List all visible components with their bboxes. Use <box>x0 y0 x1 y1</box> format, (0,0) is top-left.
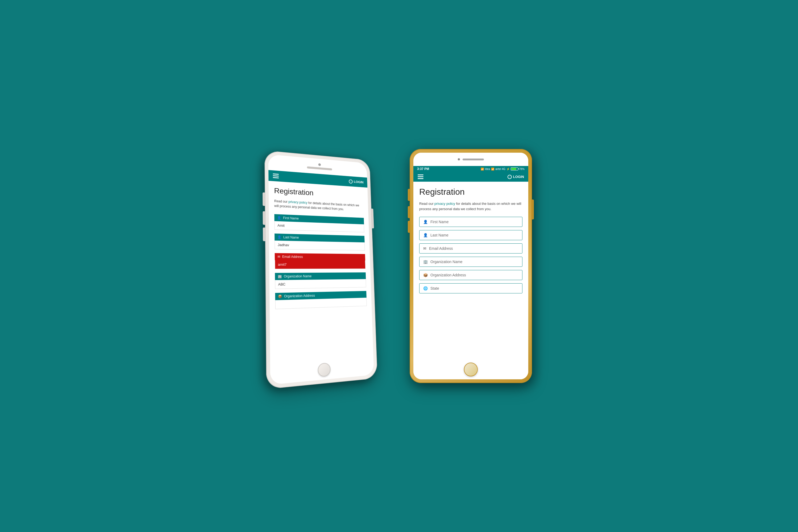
page-title-2: Registration <box>419 187 522 197</box>
phone1-screen-area: → LOGIN Registration Read our privacy po… <box>268 154 374 385</box>
first-name-field-2[interactable]: 👤 First Name <box>419 217 522 227</box>
phone2-screen-area: 3:37 PM 📶 Idea 📶 airtel 4G ⚡ 78% → LOGIN <box>413 153 528 379</box>
phone1-body: → LOGIN Registration Read our privacy po… <box>264 150 377 389</box>
last-name-field-2[interactable]: 👤 Last Name <box>419 230 522 240</box>
phone1-content-area: Registration Read our privacy policy for… <box>269 181 374 364</box>
address-icon: 📦 <box>278 294 282 299</box>
login-label: LOGIN <box>354 180 364 184</box>
person-icon-3: 👤 <box>423 220 428 224</box>
org-address-placeholder: Organization Address <box>431 273 466 277</box>
email-icon-2: ✉ <box>423 246 426 251</box>
phone2-navbar: → LOGIN <box>413 172 528 182</box>
building-icon: 🏢 <box>278 274 282 279</box>
org-address-field: 📦 Organization Address <box>275 291 367 309</box>
privacy-policy-link-2[interactable]: privacy policy <box>434 202 455 206</box>
front-camera-2 <box>458 158 460 160</box>
org-name-label-row: 🏢 Organization Name <box>275 272 366 280</box>
status-bar: 3:37 PM 📶 Idea 📶 airtel 4G ⚡ 78% <box>413 166 528 172</box>
carrier1-label: Idea <box>485 168 490 171</box>
login-button-2[interactable]: → LOGIN <box>508 175 524 179</box>
privacy-notice: Read our privacy policy for details abou… <box>274 199 364 212</box>
lightning-icon: ⚡ <box>507 168 510 171</box>
email-input[interactable]: amit7 <box>275 260 365 269</box>
phone2-home-area <box>413 359 528 379</box>
email-icon: ✉ <box>278 255 280 259</box>
state-field[interactable]: 🌐 State <box>419 283 522 293</box>
phone2-device: 3:37 PM 📶 Idea 📶 airtel 4G ⚡ 78% → LOGIN <box>410 149 532 383</box>
state-placeholder: State <box>431 286 439 290</box>
org-name-label: Organization Name <box>284 274 311 278</box>
home-button[interactable] <box>318 363 331 377</box>
first-name-field: 👤 First Name Amit <box>274 214 364 232</box>
person-icon-4: 👤 <box>423 233 428 237</box>
last-name-input[interactable]: Jadhav <box>274 241 365 250</box>
address-icon-2: 📦 <box>423 273 428 277</box>
building-icon-2: 🏢 <box>423 260 428 264</box>
login-icon-2: → <box>508 175 512 179</box>
org-name-input[interactable]: ABC <box>275 279 366 289</box>
privacy-policy-link[interactable]: privacy policy <box>288 200 307 205</box>
first-name-placeholder: First Name <box>431 220 449 224</box>
page-title: Registration <box>274 187 363 200</box>
status-icons-group: 📶 Idea 📶 airtel 4G ⚡ 78% <box>481 167 525 171</box>
person-icon: 👤 <box>277 216 281 220</box>
status-time: 3:37 PM <box>417 167 429 171</box>
org-name-field: 🏢 Organization Name ABC <box>275 272 366 289</box>
home-button-2[interactable] <box>464 363 478 376</box>
carrier2-label: airtel 4G <box>495 168 506 171</box>
hamburger-menu-button-2[interactable] <box>418 174 423 179</box>
speaker-grille <box>307 166 332 170</box>
email-placeholder: Email Address <box>429 246 453 251</box>
org-name-field-2[interactable]: 🏢 Organization Name <box>419 257 522 267</box>
phone1-screen: → LOGIN Registration Read our privacy po… <box>268 170 373 364</box>
login-label-2: LOGIN <box>513 175 524 179</box>
globe-icon: 🌐 <box>423 286 428 290</box>
front-camera <box>318 163 321 166</box>
privacy-notice-2: Read our privacy policy for details abou… <box>419 201 522 211</box>
email-field-2[interactable]: ✉ Email Address <box>419 243 522 253</box>
first-name-label: First Name <box>283 216 299 220</box>
phone2-screen: Registration Read our privacy policy for… <box>413 182 528 359</box>
phone2-top-bar <box>413 153 528 166</box>
last-name-field: 👤 Last Name Jadhav <box>274 233 365 251</box>
email-label: Email Address <box>282 255 303 259</box>
battery-fill <box>511 168 516 170</box>
battery-percentage: 78% <box>519 168 525 171</box>
last-name-placeholder: Last Name <box>431 233 449 237</box>
login-button[interactable]: → LOGIN <box>349 179 364 184</box>
org-address-field-2[interactable]: 📦 Organization Address <box>419 270 522 280</box>
signal-bars-icon: 📶 <box>491 168 494 171</box>
email-label-row: ✉ Email Address <box>275 253 365 261</box>
email-field: ✉ Email Address amit7 <box>275 253 365 269</box>
hamburger-menu-button[interactable] <box>273 173 279 178</box>
phone2-content-area: Registration Read our privacy policy for… <box>413 182 528 359</box>
battery-indicator <box>511 167 518 171</box>
org-address-label: Organization Address <box>284 294 315 298</box>
phone1-device: → LOGIN Registration Read our privacy po… <box>264 150 377 389</box>
person-icon-2: 👤 <box>277 235 281 239</box>
speaker-grille-2 <box>462 158 484 160</box>
org-name-placeholder: Organization Name <box>431 260 462 264</box>
login-icon: → <box>349 179 353 184</box>
wifi-icon: 📶 <box>481 168 484 171</box>
last-name-label: Last Name <box>283 235 299 240</box>
